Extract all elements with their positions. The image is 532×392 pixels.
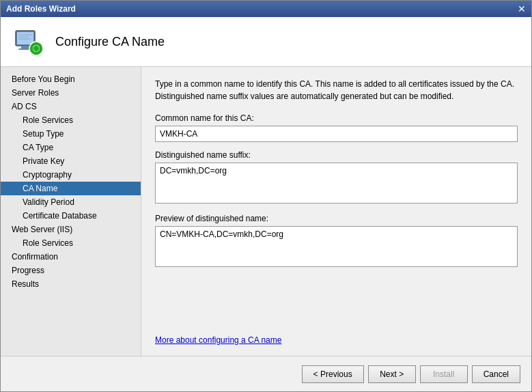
window-title: Add Roles Wizard xyxy=(6,4,76,14)
sidebar-item-role-services[interactable]: Role Services xyxy=(1,113,141,127)
dn-suffix-input[interactable] xyxy=(155,163,518,204)
preview-group: Preview of distinguished name: CN=VMKH-C… xyxy=(155,214,518,267)
sidebar-item-ca-type[interactable]: CA Type xyxy=(1,141,141,154)
common-name-group: Common name for this CA: xyxy=(155,113,518,142)
install-button[interactable]: Install xyxy=(420,365,468,383)
dn-suffix-group: Distinguished name suffix: xyxy=(155,150,518,206)
sidebar: Before You Begin Server Roles AD CS Role… xyxy=(1,67,141,356)
dn-suffix-label: Distinguished name suffix: xyxy=(155,150,518,160)
sidebar-item-results[interactable]: Results xyxy=(1,277,141,291)
wizard-icon xyxy=(12,25,44,58)
title-bar: Add Roles Wizard ✕ xyxy=(1,1,531,17)
help-link[interactable]: More about configuring a CA name xyxy=(155,335,281,345)
sidebar-item-before-you-begin[interactable]: Before You Begin xyxy=(1,72,141,86)
next-button[interactable]: Next > xyxy=(368,365,416,383)
sidebar-item-role-services-iis[interactable]: Role Services xyxy=(1,236,141,250)
link-area: More about configuring a CA name xyxy=(155,322,518,345)
page-title: Configure CA Name xyxy=(55,35,165,49)
common-name-label: Common name for this CA: xyxy=(155,113,518,123)
sidebar-item-validity-period[interactable]: Validity Period xyxy=(1,195,141,209)
sidebar-item-web-server-iis[interactable]: Web Server (IIS) xyxy=(1,223,141,236)
svg-rect-8 xyxy=(33,47,40,51)
preview-label: Preview of distinguished name: xyxy=(155,214,518,223)
footer: < Previous Next > Install Cancel xyxy=(1,356,531,391)
sidebar-item-ca-name[interactable]: CA Name xyxy=(1,182,141,195)
sidebar-item-progress[interactable]: Progress xyxy=(1,264,141,277)
sidebar-item-confirmation[interactable]: Confirmation xyxy=(1,250,141,264)
sidebar-item-setup-type[interactable]: Setup Type xyxy=(1,127,141,141)
sidebar-item-ad-cs[interactable]: AD CS xyxy=(1,100,141,113)
sidebar-item-certificate-database[interactable]: Certificate Database xyxy=(1,209,141,223)
sidebar-item-server-roles[interactable]: Server Roles xyxy=(1,86,141,100)
content-area: Before You Begin Server Roles AD CS Role… xyxy=(1,67,531,356)
svg-rect-2 xyxy=(21,46,29,48)
cancel-button[interactable]: Cancel xyxy=(472,365,520,383)
sidebar-item-cryptography[interactable]: Cryptography xyxy=(1,168,141,182)
preview-value: CN=VMKH-CA,DC=vmkh,DC=org xyxy=(155,226,518,267)
wizard-window: Add Roles Wizard ✕ xyxy=(0,0,532,392)
common-name-input[interactable] xyxy=(155,126,518,142)
header-area: Configure CA Name xyxy=(1,17,531,67)
svg-rect-1 xyxy=(17,32,33,44)
sidebar-item-private-key[interactable]: Private Key xyxy=(1,154,141,168)
description-text: Type in a common name to identify this C… xyxy=(155,78,518,102)
previous-button[interactable]: < Previous xyxy=(302,365,364,383)
close-button[interactable]: ✕ xyxy=(518,4,526,14)
main-panel: Type in a common name to identify this C… xyxy=(141,67,531,356)
